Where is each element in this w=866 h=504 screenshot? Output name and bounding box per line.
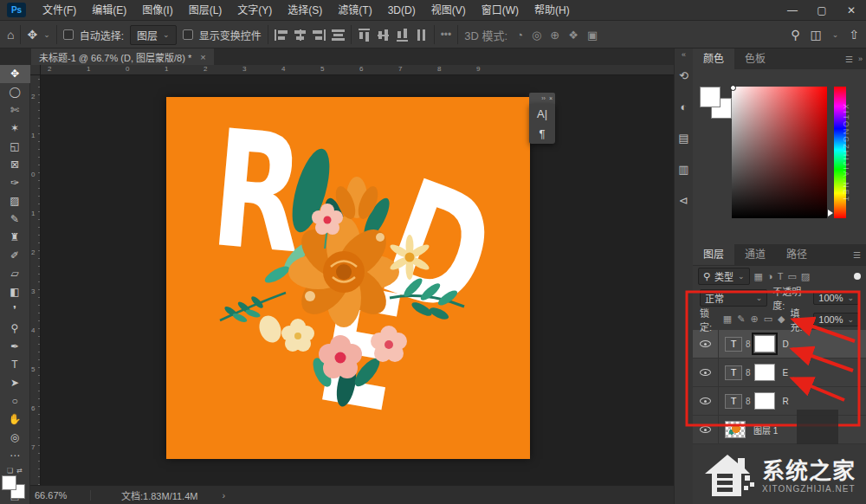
menu-item[interactable]: 窗口(W) <box>474 0 527 21</box>
foreground-color-swatch[interactable] <box>700 87 721 107</box>
current-tool-icon[interactable]: ✥ <box>27 28 37 42</box>
hue-slider-handle[interactable] <box>828 210 833 216</box>
properties-panel-icon[interactable]: ▥ <box>675 159 694 180</box>
history-panel-icon[interactable]: ⟲ <box>675 66 694 87</box>
default-colors-icon[interactable]: ❏ <box>7 467 13 475</box>
layer-row-d[interactable]: T 8 D <box>693 330 866 359</box>
menu-item[interactable]: 帮助(H) <box>527 0 578 21</box>
chevron-down-icon[interactable]: ⌄ <box>43 30 50 39</box>
layer-mask-thumbnail[interactable] <box>754 364 775 381</box>
paragraph-panel-icon[interactable]: ¶ <box>540 127 546 140</box>
search-icon[interactable]: ⚲ <box>791 28 799 42</box>
marquee-tool[interactable]: ◯ <box>0 83 30 101</box>
canvas[interactable]: R D E <box>166 97 530 459</box>
layer-row-image[interactable]: 图层 1 <box>693 416 866 444</box>
share-icon[interactable]: ⇧ <box>849 28 859 42</box>
chevron-down-icon[interactable]: ⌄ <box>832 30 839 39</box>
filter-type-layer-icon[interactable]: T <box>778 271 784 281</box>
more-options-icon[interactable]: ••• <box>441 29 452 41</box>
tab-channels[interactable]: 通道 <box>734 244 776 265</box>
shape-tool[interactable]: ○ <box>0 392 30 410</box>
pan-3d-icon[interactable]: ⊕ <box>550 29 559 42</box>
eyedropper-tool[interactable]: ✑ <box>0 174 30 192</box>
collapse-panel-icon[interactable]: ›› <box>541 95 546 101</box>
tab-swatches[interactable]: 色板 <box>734 48 776 69</box>
filter-smart-object-icon[interactable]: ▨ <box>801 271 810 282</box>
eye-icon[interactable] <box>700 397 711 404</box>
color-picker-marker[interactable] <box>730 85 736 91</box>
visibility-cell[interactable] <box>693 416 719 443</box>
filter-toggle-icon[interactable] <box>854 273 861 280</box>
layer-row-r[interactable]: T 8 R <box>693 387 866 416</box>
blur-tool[interactable]: ❜ <box>0 301 30 320</box>
filter-type-dropdown[interactable]: ⚲ 类型 ⌄ <box>698 268 750 285</box>
show-transform-checkbox[interactable] <box>183 29 193 40</box>
layer-row-e[interactable]: T 8 E <box>693 359 866 387</box>
workspace-switcher-icon[interactable]: ◫ <box>810 28 821 42</box>
adjustments-panel-icon[interactable]: ◐ <box>675 97 694 118</box>
opacity-dropdown[interactable]: 100% ⌄ <box>813 291 859 305</box>
lasso-tool[interactable]: ✄ <box>0 101 30 120</box>
eraser-tool[interactable]: ▱ <box>0 265 30 283</box>
menu-item[interactable]: 图层(L) <box>181 0 230 21</box>
tab-color[interactable]: 颜色 <box>693 48 734 69</box>
hand-tool[interactable]: ✋ <box>0 410 30 429</box>
visibility-cell[interactable] <box>693 359 719 386</box>
clone-stamp-tool[interactable]: ♜ <box>0 229 30 247</box>
maximize-button[interactable]: ▢ <box>807 0 837 21</box>
minimize-button[interactable]: — <box>778 0 807 21</box>
distribute-vertical-icon[interactable] <box>332 29 345 41</box>
swap-colors-icon[interactable]: ⇄ <box>16 467 23 475</box>
menu-item[interactable]: 滤镜(T) <box>330 0 379 21</box>
frame-tool[interactable]: ⊠ <box>0 156 30 174</box>
layer-name[interactable]: 图层 1 <box>753 423 778 436</box>
align-center-icon[interactable] <box>294 29 307 41</box>
orbit-3d-icon[interactable]: ◔ <box>516 29 523 42</box>
collapse-panels-icon[interactable]: » <box>858 55 863 63</box>
filter-pixel-icon[interactable]: ▦ <box>754 271 763 282</box>
text-layer-thumbnail[interactable]: T <box>725 365 742 380</box>
layer-mask-thumbnail[interactable] <box>754 335 775 352</box>
layer-name[interactable]: E <box>783 368 789 378</box>
filter-shape-icon[interactable]: ▭ <box>787 271 796 282</box>
auto-select-checkbox[interactable] <box>63 29 74 40</box>
menu-item[interactable]: 编辑(E) <box>84 0 134 21</box>
gradient-tool[interactable]: ◧ <box>0 283 30 301</box>
menu-item[interactable]: 视图(V) <box>423 0 474 21</box>
eye-icon[interactable] <box>700 426 711 433</box>
distribute-horizontal-icon[interactable] <box>415 29 428 41</box>
character-panel-icon[interactable]: A| <box>537 107 547 120</box>
tab-layers[interactable]: 图层 <box>693 244 734 265</box>
blend-mode-dropdown[interactable]: 正常 ⌄ <box>700 289 767 307</box>
roll-3d-icon[interactable]: ◎ <box>532 29 541 42</box>
tab-paths[interactable]: 路径 <box>776 244 818 265</box>
move-tool[interactable]: ✥ <box>0 65 30 83</box>
eye-icon[interactable] <box>700 340 711 347</box>
auto-select-dropdown[interactable]: 图层 ⌄ <box>130 25 177 45</box>
quick-selection-tool[interactable]: ✶ <box>0 120 30 138</box>
close-icon[interactable]: × <box>549 95 553 101</box>
path-selection-tool[interactable]: ➤ <box>0 374 30 392</box>
zoom-level-field[interactable]: 66.67% <box>30 490 91 501</box>
expand-dock-icon[interactable]: « <box>682 48 686 61</box>
zoom-tool[interactable]: ◎ <box>0 429 30 447</box>
libraries-panel-icon[interactable]: ▤ <box>675 128 694 149</box>
layer-name[interactable]: R <box>783 397 789 406</box>
home-icon[interactable]: ⌂ <box>7 28 14 42</box>
dodge-tool[interactable]: ⚲ <box>0 320 30 338</box>
filter-adjustment-icon[interactable]: ◑ <box>767 271 773 281</box>
panel-menu-icon[interactable]: ☰ <box>845 55 853 64</box>
text-layer-thumbnail[interactable]: T <box>725 337 742 352</box>
menu-item[interactable]: 文字(Y) <box>229 0 280 21</box>
pen-tool[interactable]: ✒ <box>0 338 30 356</box>
lock-artboard-icon[interactable]: ▭ <box>764 313 772 325</box>
status-chevron-icon[interactable]: › <box>197 490 225 501</box>
lock-all-icon[interactable]: ◆ <box>778 313 785 325</box>
align-top-icon[interactable] <box>359 29 370 42</box>
saturation-brightness-field[interactable] <box>732 87 827 218</box>
layer-mask-thumbnail[interactable] <box>754 392 775 410</box>
app-logo-icon[interactable]: Ps <box>7 3 26 17</box>
lock-position-icon[interactable]: ⊕ <box>750 313 758 325</box>
lock-paint-icon[interactable]: ✎ <box>737 313 745 325</box>
menu-item[interactable]: 图像(I) <box>134 0 180 21</box>
